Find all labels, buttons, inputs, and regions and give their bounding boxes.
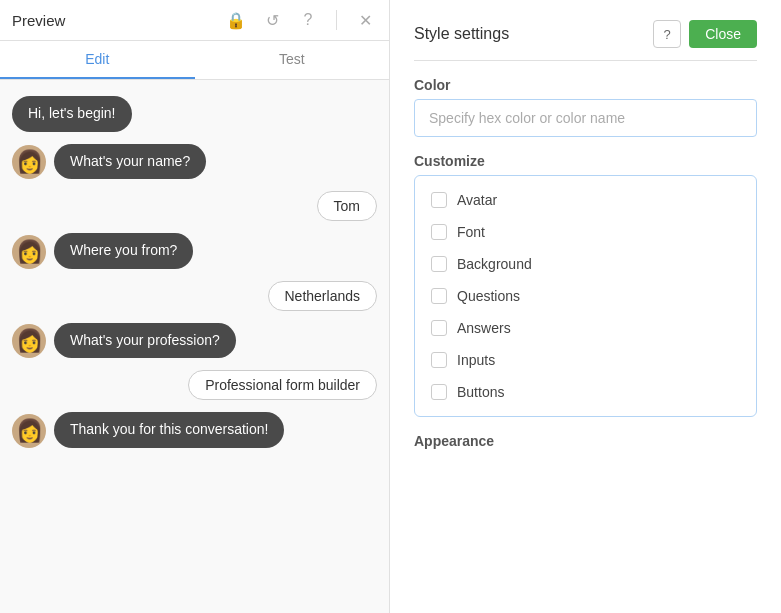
customize-box: Avatar Font Background Questions Answers: [414, 175, 757, 417]
tabs: Edit Test: [0, 41, 389, 80]
checkbox-font[interactable]: [431, 224, 447, 240]
customize-item-label: Avatar: [457, 192, 497, 208]
chat-row: 👩 What's your profession?: [12, 323, 377, 359]
avatar: 👩: [12, 414, 46, 448]
chat-area: Hi, let's begin! 👩 What's your name? Tom…: [0, 80, 389, 613]
right-header: Style settings ? Close: [414, 20, 757, 61]
chat-row: 👩 Thank you for this conversation!: [12, 412, 377, 448]
left-header: Preview 🔒 ↺ ? ✕: [0, 0, 389, 41]
chat-row: Hi, let's begin!: [12, 96, 377, 132]
checkbox-inputs[interactable]: [431, 352, 447, 368]
customize-item-font[interactable]: Font: [419, 216, 752, 248]
customize-item-label: Inputs: [457, 352, 495, 368]
user-bubble: Professional form builder: [188, 370, 377, 400]
right-panel: Style settings ? Close Color Customize A…: [390, 0, 781, 613]
checkbox-answers[interactable]: [431, 320, 447, 336]
chat-row: 👩 Where you from?: [12, 233, 377, 269]
customize-item-buttons[interactable]: Buttons: [419, 376, 752, 408]
color-input[interactable]: [414, 99, 757, 137]
customize-label: Customize: [414, 153, 757, 169]
appearance-section: Appearance: [414, 433, 757, 449]
bot-bubble: Hi, let's begin!: [12, 96, 132, 132]
bot-bubble: What's your profession?: [54, 323, 236, 359]
checkbox-background[interactable]: [431, 256, 447, 272]
help-icon[interactable]: ?: [296, 8, 320, 32]
checkbox-buttons[interactable]: [431, 384, 447, 400]
main-container: Preview 🔒 ↺ ? ✕ Edit Test Hi, let's begi…: [0, 0, 781, 613]
customize-item-answers[interactable]: Answers: [419, 312, 752, 344]
chat-row: 👩 What's your name?: [12, 144, 377, 180]
avatar: 👩: [12, 235, 46, 269]
bot-bubble: Where you from?: [54, 233, 193, 269]
checkbox-questions[interactable]: [431, 288, 447, 304]
preview-title: Preview: [12, 12, 212, 29]
tab-test[interactable]: Test: [195, 41, 390, 79]
checkbox-avatar[interactable]: [431, 192, 447, 208]
lock-icon[interactable]: 🔒: [224, 8, 248, 32]
color-label: Color: [414, 77, 757, 93]
avatar: 👩: [12, 145, 46, 179]
customize-item-label: Questions: [457, 288, 520, 304]
customize-item-inputs[interactable]: Inputs: [419, 344, 752, 376]
bot-bubble: Thank you for this conversation!: [54, 412, 284, 448]
customize-item-questions[interactable]: Questions: [419, 280, 752, 312]
customize-item-label: Background: [457, 256, 532, 272]
avatar: 👩: [12, 324, 46, 358]
chat-row-user: Professional form builder: [12, 370, 377, 400]
tab-edit[interactable]: Edit: [0, 41, 195, 79]
close-icon[interactable]: ✕: [353, 8, 377, 32]
close-button[interactable]: Close: [689, 20, 757, 48]
left-panel: Preview 🔒 ↺ ? ✕ Edit Test Hi, let's begi…: [0, 0, 390, 613]
refresh-icon[interactable]: ↺: [260, 8, 284, 32]
style-settings-title: Style settings: [414, 25, 653, 43]
divider: [336, 10, 337, 30]
color-section: Color: [414, 77, 757, 137]
customize-item-label: Buttons: [457, 384, 504, 400]
user-bubble: Tom: [317, 191, 377, 221]
chat-row-user: Netherlands: [12, 281, 377, 311]
customize-section: Customize Avatar Font Background Questio…: [414, 153, 757, 417]
customize-item-label: Answers: [457, 320, 511, 336]
customize-item-label: Font: [457, 224, 485, 240]
bot-bubble: What's your name?: [54, 144, 206, 180]
help-button[interactable]: ?: [653, 20, 681, 48]
appearance-label: Appearance: [414, 433, 757, 449]
user-bubble: Netherlands: [268, 281, 378, 311]
customize-item-background[interactable]: Background: [419, 248, 752, 280]
chat-row-user: Tom: [12, 191, 377, 221]
customize-item-avatar[interactable]: Avatar: [419, 184, 752, 216]
